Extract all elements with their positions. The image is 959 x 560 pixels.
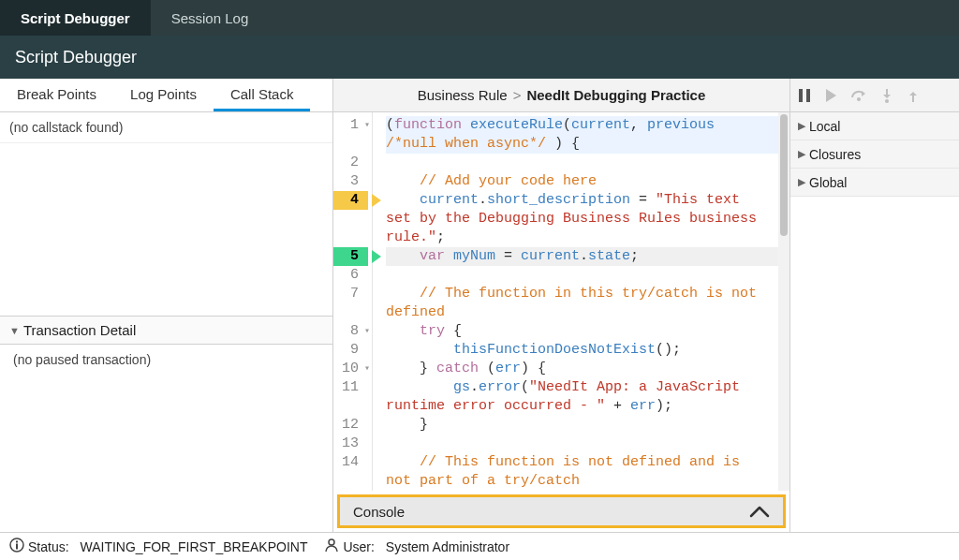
scope-global[interactable]: ▶ Global [790, 169, 959, 197]
scrollbar-vertical[interactable] [778, 112, 789, 491]
breadcrumb-crumb-1[interactable]: Business Rule [418, 87, 508, 103]
right-panel: ▶ Local ▶ Closures ▶ Global [790, 79, 959, 532]
left-panel-tabs: Break Points Log Points Call Stack [0, 79, 332, 112]
breadcrumb: Business Rule > NeedIt Debugging Practic… [333, 79, 789, 112]
caret-down-icon: ▼ [9, 325, 20, 336]
console-label: Console [353, 504, 405, 520]
status-label: Status: [28, 539, 69, 554]
svg-rect-0 [799, 89, 803, 102]
scope-local[interactable]: ▶ Local [790, 112, 959, 140]
svg-rect-8 [16, 544, 18, 550]
tab-session-log[interactable]: Session Log [151, 0, 270, 36]
code-body[interactable]: (function executeRule(current, previous/… [373, 112, 778, 491]
scope-global-label: Global [809, 175, 847, 190]
scrollbar-thumb[interactable] [780, 114, 788, 236]
tab-callstack[interactable]: Call Stack [214, 79, 311, 111]
left-panel: Break Points Log Points Call Stack (no c… [0, 79, 333, 532]
step-into-icon[interactable] [880, 88, 893, 103]
user-value: System Administrator [386, 539, 509, 554]
scope-closures[interactable]: ▶ Closures [790, 140, 959, 169]
caret-right-icon: ▶ [798, 148, 805, 160]
breadcrumb-crumb-2[interactable]: NeedIt Debugging Practice [526, 87, 705, 103]
transaction-detail-body: (no paused transaction) [0, 345, 332, 532]
breadcrumb-separator: > [513, 87, 522, 103]
svg-rect-1 [806, 89, 810, 102]
scope-local-label: Local [809, 119, 840, 134]
transaction-detail-header[interactable]: ▼ Transaction Detail [0, 316, 332, 345]
play-icon[interactable] [824, 88, 837, 103]
caret-right-icon: ▶ [798, 120, 805, 132]
user-label: User: [343, 539, 374, 554]
debugger-controls [790, 79, 959, 112]
step-out-icon[interactable] [907, 88, 920, 103]
caret-right-icon: ▶ [798, 176, 805, 188]
tab-logpoints[interactable]: Log Points [113, 79, 214, 111]
tab-script-debugger[interactable]: Script Debugger [0, 0, 151, 36]
code-editor[interactable]: 1▾2345678▾910▾11121314 (function execute… [333, 112, 789, 491]
status-bar: Status: WAITING_FOR_FIRST_BREAKPOINT Use… [0, 532, 959, 560]
console-toggle[interactable]: Console [337, 494, 786, 528]
tab-breakpoints[interactable]: Break Points [0, 79, 113, 111]
step-over-icon[interactable] [850, 88, 867, 103]
info-icon [9, 538, 24, 555]
scope-closures-label: Closures [809, 147, 861, 162]
svg-point-2 [857, 97, 861, 101]
status-value: WAITING_FOR_FIRST_BREAKPOINT [80, 539, 307, 554]
transaction-detail-label: Transaction Detail [23, 322, 136, 338]
svg-rect-9 [16, 541, 18, 543]
user-icon [324, 538, 339, 555]
code-gutter[interactable]: 1▾2345678▾910▾11121314 [333, 112, 373, 491]
page-title: Script Debugger [0, 36, 959, 79]
chevron-up-icon [749, 501, 770, 523]
callstack-empty: (no callstack found) [0, 112, 332, 143]
pause-icon[interactable] [798, 88, 811, 103]
top-tabs: Script Debugger Session Log [0, 0, 959, 36]
svg-point-4 [885, 99, 889, 103]
svg-point-10 [329, 539, 334, 545]
center-panel: Business Rule > NeedIt Debugging Practic… [333, 79, 790, 532]
